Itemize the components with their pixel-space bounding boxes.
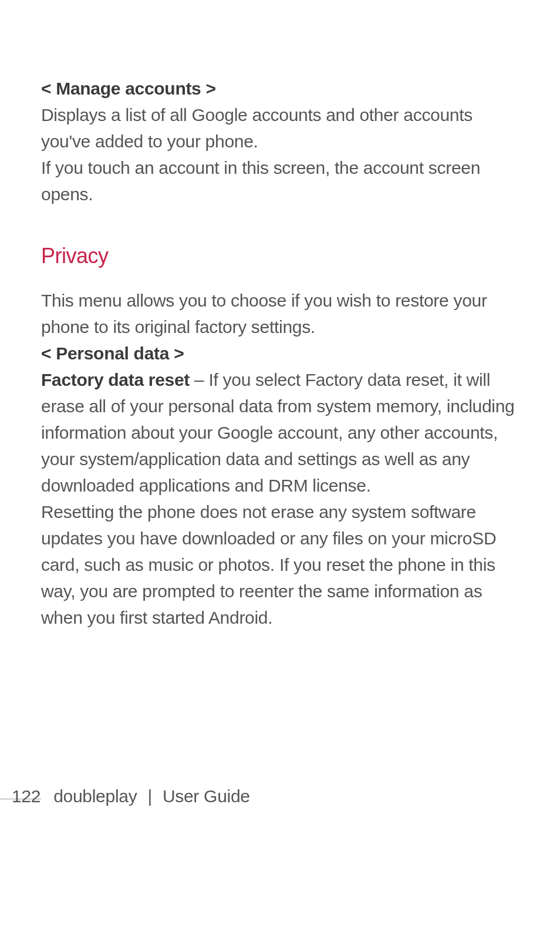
factory-reset-para: Factory data reset – If you select Facto… <box>41 366 519 499</box>
manage-accounts-label: < Manage accounts > <box>41 75 519 102</box>
page-number: 122 <box>12 786 41 806</box>
privacy-heading: Privacy <box>41 244 519 268</box>
manage-accounts-para1: Displays a list of all Google accounts a… <box>41 102 519 154</box>
footer-separator: | <box>147 786 152 806</box>
personal-data-label: < Personal data > <box>41 340 519 366</box>
page-content: < Manage accounts > Displays a list of a… <box>0 0 560 631</box>
footer-doctype: User Guide <box>163 786 250 806</box>
reset-note: Resetting the phone does not erase any s… <box>41 499 519 631</box>
manage-accounts-para2: If you touch an account in this screen, … <box>41 154 519 207</box>
footer: 122 doubleplay | User Guide <box>12 786 250 806</box>
privacy-intro: This menu allows you to choose if you wi… <box>41 287 519 340</box>
factory-reset-bold: Factory data reset <box>41 370 190 389</box>
footer-product: doubleplay <box>53 786 137 806</box>
